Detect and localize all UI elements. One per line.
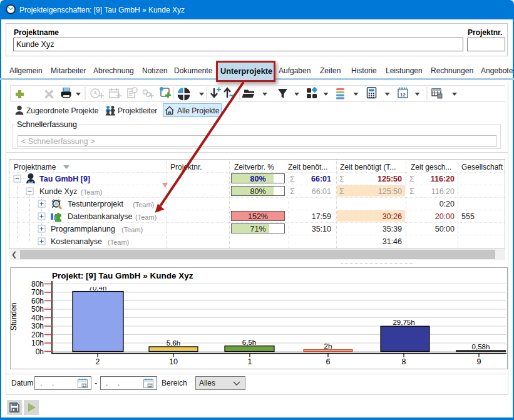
svg-text:8: 8 [402, 357, 406, 366]
svg-text:60h: 60h [31, 297, 44, 305]
svg-text:10: 10 [169, 357, 178, 366]
svg-text:30h: 30h [31, 322, 44, 330]
svg-text:5,6h: 5,6h [167, 339, 180, 347]
svg-text:70h: 70h [31, 288, 44, 297]
svg-text:Stunden: Stunden [10, 303, 18, 331]
svg-text:2: 2 [96, 357, 100, 366]
svg-text:10h: 10h [31, 339, 44, 347]
svg-text:6,5h: 6,5h [242, 339, 256, 346]
svg-text:20h: 20h [31, 330, 44, 339]
svg-text:50h: 50h [31, 305, 44, 314]
svg-text:6: 6 [326, 357, 331, 366]
svg-text:0h: 0h [36, 347, 44, 356]
svg-text:9: 9 [477, 357, 481, 366]
svg-text:0,58h: 0,58h [472, 343, 490, 351]
svg-text:29,75h: 29,75h [393, 319, 414, 326]
svg-text:1: 1 [248, 357, 252, 366]
svg-text:80h: 80h [31, 280, 44, 289]
svg-text:40h: 40h [31, 314, 44, 322]
svg-text:12: 12 [82, 384, 86, 387]
svg-text:2h: 2h [324, 342, 332, 350]
svg-text:12: 12 [148, 384, 152, 387]
